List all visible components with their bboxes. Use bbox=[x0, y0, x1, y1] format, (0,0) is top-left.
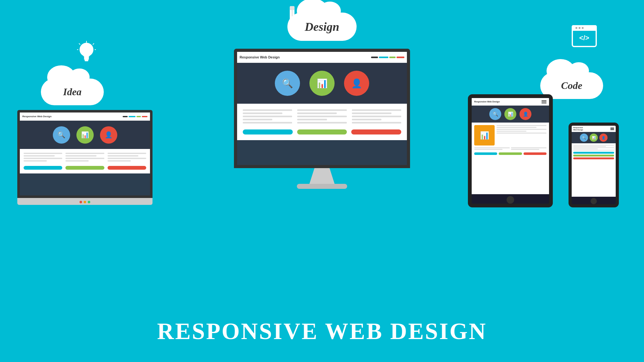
cloud-idea: Idea bbox=[41, 79, 104, 105]
svg-line-10 bbox=[93, 43, 94, 45]
monitor-screen: Responsive Web Design 🔍 📊 👤 bbox=[234, 49, 410, 168]
laptop-circle-person: 👤 bbox=[100, 126, 117, 144]
monitor-circle-person: 👤 bbox=[344, 71, 369, 96]
svg-rect-6 bbox=[84, 58, 89, 60]
svg-rect-2 bbox=[290, 6, 294, 10]
tablet-circle-search: 🔍 bbox=[489, 108, 501, 120]
monitor-btn-3 bbox=[351, 129, 401, 134]
tablet-circle-chart: 📊 bbox=[504, 108, 516, 120]
laptop-nav bbox=[123, 116, 147, 117]
laptop-screen-title: Responsive Web Design bbox=[22, 115, 121, 118]
tablet-home-button bbox=[507, 196, 514, 204]
laptop-btn-2 bbox=[65, 166, 104, 170]
monitor-btn-2 bbox=[297, 129, 347, 134]
tablet-btn-1 bbox=[474, 152, 497, 155]
monitor: Responsive Web Design 🔍 📊 👤 bbox=[234, 49, 410, 189]
code-icon-box: </> bbox=[572, 25, 597, 47]
monitor-circle-search: 🔍 bbox=[275, 71, 300, 96]
cloud-design: Design bbox=[287, 13, 357, 41]
tablet-hamburger bbox=[541, 100, 547, 103]
monitor-screen-title: Responsive Web Design bbox=[240, 55, 369, 59]
phone-circle-person: 👤 bbox=[599, 134, 608, 142]
monitor-stand bbox=[309, 168, 335, 184]
lightbulb-icon bbox=[77, 41, 96, 64]
cloud-idea-label: Idea bbox=[63, 86, 82, 98]
svg-rect-5 bbox=[84, 57, 89, 58]
phone-btn-2 bbox=[573, 155, 614, 156]
phone-btn-1 bbox=[573, 152, 614, 154]
monitor-nav bbox=[371, 57, 404, 58]
tablet-stats-box: 📊 bbox=[474, 125, 495, 145]
monitor-btn-1 bbox=[243, 129, 293, 134]
phone-screen-title: ResponsiveWeb Design bbox=[573, 127, 583, 131]
laptop: Responsive Web Design 🔍 📊 👤 bbox=[17, 110, 153, 205]
tablet-frame: Responsive Web Design 🔍 📊 👤 📊 bbox=[468, 94, 553, 207]
svg-rect-7 bbox=[85, 60, 88, 61]
laptop-circle-chart: 📊 bbox=[76, 126, 94, 144]
phone-frame: ResponsiveWeb Design 🔍 📊 👤 bbox=[569, 123, 619, 207]
phone-home-button bbox=[591, 198, 597, 204]
tablet-btn-3 bbox=[524, 152, 547, 155]
monitor-base bbox=[297, 184, 347, 189]
tablet: Responsive Web Design 🔍 📊 👤 📊 bbox=[468, 94, 553, 207]
svg-line-9 bbox=[79, 43, 80, 45]
laptop-base bbox=[17, 198, 153, 205]
cloud-design-label: Design bbox=[305, 20, 339, 34]
tablet-btn-2 bbox=[499, 152, 522, 155]
phone-btn-3 bbox=[573, 157, 614, 159]
laptop-circle-search: 🔍 bbox=[53, 126, 70, 144]
laptop-dots bbox=[80, 201, 90, 203]
cloud-code-label: Code bbox=[561, 80, 582, 91]
monitor-circle-chart: 📊 bbox=[309, 71, 335, 96]
phone: ResponsiveWeb Design 🔍 📊 👤 bbox=[569, 123, 619, 207]
main-title: Responsive Web Design bbox=[157, 318, 487, 345]
phone-circle-chart: 📊 bbox=[590, 134, 598, 142]
tablet-circle-person: 👤 bbox=[519, 108, 531, 120]
laptop-screen: Responsive Web Design 🔍 📊 👤 bbox=[17, 110, 153, 198]
tablet-screen-title: Responsive Web Design bbox=[474, 101, 540, 103]
phone-circle-search: 🔍 bbox=[580, 134, 588, 142]
laptop-btn-3 bbox=[108, 166, 146, 170]
laptop-btn-1 bbox=[24, 166, 62, 170]
